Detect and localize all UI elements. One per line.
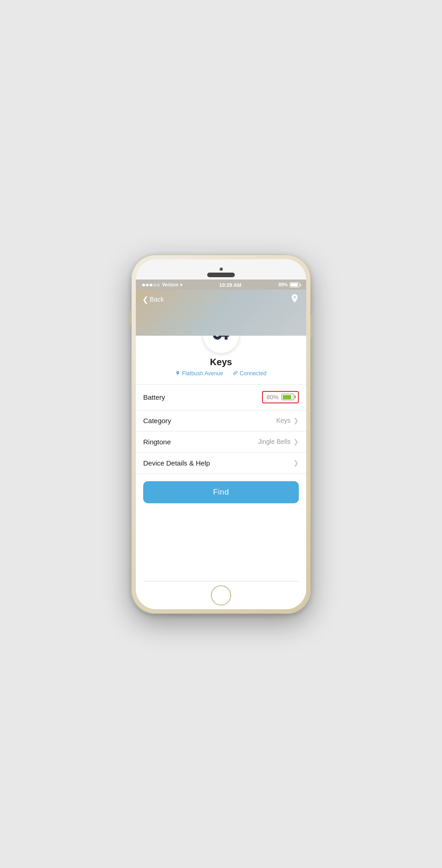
phone-screen: Verizon ▾ 10:29 AM 89% ❮ Back — [136, 259, 306, 609]
category-value-text: Keys — [276, 417, 291, 424]
home-button-area — [136, 582, 306, 609]
map-button[interactable] — [290, 293, 300, 306]
device-details-row[interactable]: Device Details & Help ❯ — [136, 453, 306, 474]
map-icon — [290, 293, 300, 303]
ringtone-row[interactable]: Ringtone Jingle Bells ❯ — [136, 431, 306, 453]
chain-icon — [233, 371, 238, 375]
back-button[interactable]: ❮ Back — [142, 295, 164, 304]
signal-dot-3 — [150, 284, 152, 286]
battery-row: Battery 80% — [136, 384, 306, 410]
ringtone-value: Jingle Bells ❯ — [258, 438, 299, 445]
battery-display: 80% — [262, 391, 299, 403]
signal-dot-5 — [157, 284, 160, 286]
device-details-chevron-icon: ❯ — [293, 459, 299, 466]
connection-label: Connected — [240, 370, 267, 377]
device-title: Keys — [136, 357, 306, 367]
phone-top-hardware — [207, 268, 235, 277]
back-chevron-icon: ❮ — [142, 295, 148, 304]
ringtone-value-text: Jingle Bells — [258, 438, 291, 445]
settings-list: Battery 80% Category Keys — [136, 384, 306, 581]
device-details-value: ❯ — [293, 459, 299, 466]
status-left: Verizon ▾ — [142, 282, 182, 287]
wifi-icon: ▾ — [180, 282, 182, 287]
category-chevron-icon: ❯ — [293, 417, 299, 424]
home-button[interactable] — [211, 585, 231, 606]
location-chip: Flatbush Avenue — [175, 370, 223, 377]
signal-indicator — [142, 284, 160, 286]
status-battery-bar — [290, 282, 300, 287]
location-icon — [175, 370, 180, 377]
ringtone-chevron-icon: ❯ — [293, 438, 299, 445]
key-icon-container — [136, 336, 306, 353]
battery-percent-value: 80% — [267, 394, 279, 401]
link-icon — [233, 371, 238, 376]
signal-dot-4 — [153, 284, 156, 286]
ringtone-label: Ringtone — [143, 438, 171, 446]
battery-percent-label: 89% — [279, 282, 288, 287]
battery-label: Battery — [143, 393, 165, 401]
navigation-bar: ❮ Back — [136, 290, 306, 309]
connection-chip: Connected — [233, 370, 267, 377]
volume-button — [130, 310, 132, 324]
main-content: Keys Flatbush Avenue — [136, 336, 306, 609]
status-time: 10:29 AM — [219, 282, 241, 288]
find-button-container: Find — [136, 474, 306, 511]
category-value: Keys ❯ — [276, 417, 299, 424]
phone-frame: Verizon ▾ 10:29 AM 89% ❮ Back — [131, 255, 311, 614]
find-button[interactable]: Find — [143, 481, 299, 503]
camera-dot — [220, 268, 223, 271]
location-label: Flatbush Avenue — [182, 370, 223, 377]
status-battery-fill — [291, 283, 298, 286]
battery-green-fill — [283, 395, 291, 399]
status-right: 89% — [279, 282, 300, 287]
key-circle — [203, 336, 239, 353]
carrier-name: Verizon — [162, 282, 179, 287]
signal-dot-2 — [146, 284, 149, 286]
category-row[interactable]: Category Keys ❯ — [136, 410, 306, 431]
back-label: Back — [150, 296, 164, 303]
device-details-label: Device Details & Help — [143, 459, 210, 467]
status-bar: Verizon ▾ 10:29 AM 89% — [136, 280, 306, 290]
power-button — [310, 315, 312, 338]
key-icon — [212, 336, 230, 344]
speaker-grille — [207, 273, 235, 277]
signal-dot-1 — [142, 284, 145, 286]
header-background: ❮ Back — [136, 290, 306, 336]
battery-indicator — [281, 394, 294, 400]
category-label: Category — [143, 417, 171, 425]
pin-icon — [175, 370, 180, 376]
device-info-row: Flatbush Avenue Connected — [136, 370, 306, 377]
battery-value: 80% — [262, 391, 299, 403]
